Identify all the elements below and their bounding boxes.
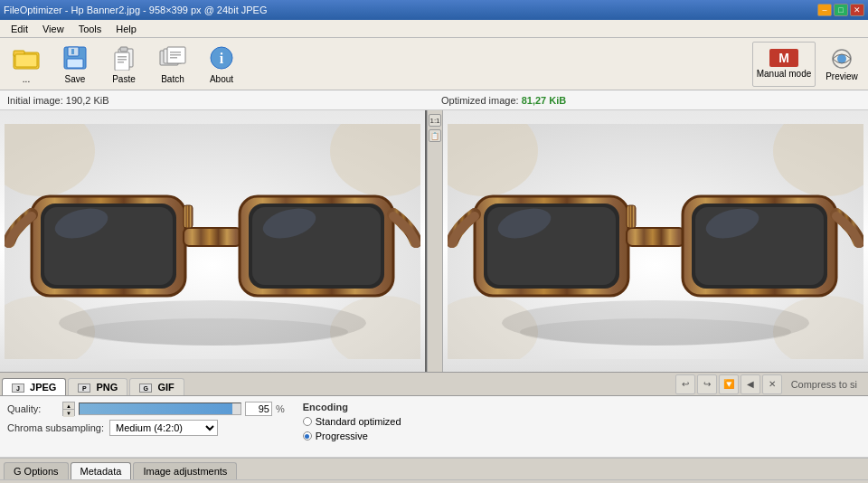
menu-view[interactable]: View [35, 22, 71, 36]
original-image-pane [0, 110, 427, 372]
menu-tools[interactable]: Tools [71, 22, 109, 36]
format-tabs: J JPEG P PNG G GIF [0, 373, 186, 395]
info-bar: Initial image: 190,2 KiB Optimized image… [0, 90, 868, 110]
clipboard-button[interactable]: 📋 [429, 129, 441, 142]
save-button[interactable]: Save [52, 42, 98, 87]
save-icon [61, 44, 90, 72]
svg-rect-8 [120, 47, 127, 52]
svg-point-39 [77, 318, 348, 346]
quality-value-input[interactable] [245, 402, 272, 416]
svg-rect-11 [118, 59, 127, 61]
quality-row: Quality: ▲ ▼ % [7, 402, 285, 416]
optimized-image [443, 110, 868, 372]
format-bar-row: J JPEG P PNG G GIF ↩ ↪ 🔽 ◀ ✕ Compress to… [0, 373, 868, 396]
png-tab-icon: P [78, 384, 90, 393]
paste-label: Paste [112, 74, 136, 84]
quality-up-arrow[interactable]: ▲ [63, 402, 74, 410]
batch-label: Batch [161, 74, 184, 84]
gif-tab-label: GIF [157, 382, 174, 393]
batch-button[interactable]: Batch [150, 42, 195, 87]
info-left: Initial image: 190,2 KiB [0, 95, 434, 106]
svg-rect-17 [170, 54, 181, 56]
svg-rect-16 [170, 52, 181, 53]
minimize-button[interactable]: – [817, 4, 832, 16]
tab-jpeg[interactable]: J JPEG [2, 378, 66, 395]
back-button[interactable]: ◀ [741, 374, 760, 394]
about-button[interactable]: i About [199, 42, 244, 87]
open-button[interactable]: ... [4, 42, 49, 87]
quality-stepper[interactable]: ▲ ▼ [62, 402, 75, 416]
quality-slider[interactable] [79, 402, 241, 415]
save-label: Save [65, 74, 86, 84]
quality-percent-label: % [276, 403, 285, 414]
menu-bar: Edit View Tools Help [0, 20, 868, 38]
encoding-progressive-row: Progressive [303, 431, 401, 441]
bottom-tabs: G Options Metadata Image adjustments [0, 458, 868, 479]
info-right: Optimized image: 81,27 KiB [434, 95, 868, 106]
svg-rect-49 [627, 228, 684, 246]
tab-metadata[interactable]: Metadata [71, 462, 132, 479]
preview-label: Preview [826, 71, 858, 81]
jpeg-tab-label: JPEG [30, 382, 56, 393]
close-button[interactable]: ✕ [850, 4, 864, 16]
original-image [0, 110, 425, 372]
toolbar: ... Save Paste [0, 38, 868, 90]
svg-text:i: i [220, 51, 224, 66]
window-title: FileOptimizer - Hp Banner2.jpg - 958×399… [4, 5, 817, 15]
manual-mode-icon: M [769, 49, 798, 67]
svg-rect-2 [15, 54, 37, 67]
paste-icon [109, 44, 138, 72]
window-controls: – □ ✕ [817, 4, 864, 16]
preview-icon [827, 46, 856, 71]
status-bar: Optimized: 24 bit JPEG image [0, 479, 868, 483]
standard-radio[interactable] [303, 417, 312, 426]
close-pane-button[interactable]: ✕ [762, 374, 782, 394]
svg-point-56 [520, 318, 791, 346]
manual-mode-button[interactable]: M Manual mode [752, 42, 816, 87]
standard-label: Standard optimized [316, 416, 401, 427]
quality-chroma-section: Quality: ▲ ▼ % Chroma subsampling: Mediu… [7, 402, 285, 440]
progressive-radio[interactable] [303, 431, 312, 440]
chroma-select[interactable]: Medium (4:2:0) [109, 420, 218, 436]
optimized-image-pane [443, 110, 868, 372]
svg-rect-18 [170, 57, 177, 59]
svg-rect-37 [184, 205, 193, 228]
tab-gif[interactable]: G GIF [129, 378, 184, 395]
svg-rect-32 [184, 228, 241, 246]
initial-size: 190,2 KiB [66, 95, 109, 106]
open-icon [12, 44, 41, 72]
menu-edit[interactable]: Edit [4, 22, 35, 36]
menu-help[interactable]: Help [108, 22, 144, 36]
zoom-1-1-button[interactable]: 1:1 [429, 114, 441, 127]
batch-icon [158, 44, 187, 72]
manual-mode-label: Manual mode [757, 69, 812, 79]
png-tab-label: PNG [96, 382, 118, 393]
gif-tab-icon: G [139, 384, 152, 393]
chroma-label: Chroma subsampling: [7, 422, 104, 433]
divider-tools: 1:1 📋 [427, 110, 443, 372]
maximize-button[interactable]: □ [834, 4, 848, 16]
redo-button[interactable]: ↪ [697, 374, 717, 394]
optimized-label: Optimized image: [441, 95, 519, 106]
svg-rect-10 [118, 56, 127, 58]
quality-down-arrow[interactable]: ▼ [63, 410, 74, 417]
tab-options-label: G Options [14, 466, 59, 477]
title-bar: FileOptimizer - Hp Banner2.jpg - 958×399… [0, 0, 868, 20]
svg-point-22 [837, 54, 846, 63]
jpeg-tab-icon: J [12, 384, 24, 393]
tab-options[interactable]: G Options [4, 462, 69, 479]
paste-button[interactable]: Paste [101, 42, 146, 87]
preview-button[interactable]: Preview [819, 42, 864, 87]
undo-button[interactable]: ↩ [675, 374, 695, 394]
quality-label: Quality: [7, 403, 57, 414]
tab-png[interactable]: P PNG [68, 378, 127, 395]
svg-rect-5 [67, 59, 83, 68]
tab-adjustments[interactable]: Image adjustments [133, 462, 237, 479]
quality-input-group: ▲ ▼ % [62, 402, 285, 416]
download-button[interactable]: 🔽 [719, 374, 739, 394]
progressive-label: Progressive [316, 431, 368, 441]
main-area: 1:1 📋 [0, 110, 868, 373]
encoding-standard-row: Standard optimized [303, 416, 401, 427]
svg-rect-54 [627, 205, 636, 228]
initial-label: Initial image: [7, 95, 63, 106]
